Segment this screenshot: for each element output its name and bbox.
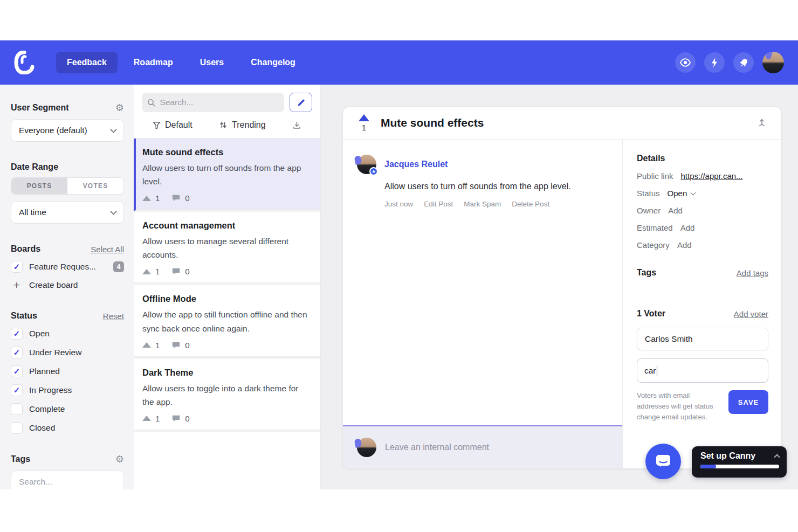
tab-feedback[interactable]: Feedback bbox=[56, 52, 118, 73]
upvote-icon bbox=[142, 416, 151, 421]
user-segment-select[interactable]: Everyone (default) bbox=[11, 119, 124, 142]
post-detail-area: 1 Mute sound effects ★ Jacques Reulet bbox=[321, 85, 798, 489]
merge-icon bbox=[756, 118, 767, 128]
export-button[interactable] bbox=[292, 121, 301, 130]
vote-count[interactable]: 1 bbox=[142, 414, 160, 423]
merge-post-button[interactable] bbox=[756, 118, 767, 128]
chevron-down-icon bbox=[110, 208, 117, 215]
author-name-link[interactable]: Jacques Reulet bbox=[384, 160, 448, 169]
filter-default-dropdown[interactable]: Default bbox=[153, 120, 192, 130]
tab-changelog[interactable]: Changelog bbox=[240, 52, 306, 73]
checkbox-checked-icon[interactable]: ✓ bbox=[11, 261, 23, 273]
tab-users[interactable]: Users bbox=[189, 52, 235, 73]
tab-roadmap[interactable]: Roadmap bbox=[123, 52, 184, 73]
date-range-select[interactable]: All time bbox=[11, 201, 124, 224]
status-label: In Progress bbox=[29, 385, 72, 395]
comment-placeholder: Leave an internal comment bbox=[385, 443, 489, 452]
reset-link[interactable]: Reset bbox=[103, 312, 124, 321]
board-item-feature-requests[interactable]: ✓ Feature Reques... 4 bbox=[11, 261, 124, 273]
voter-email-helper-text: Voters with email addresses will get sta… bbox=[637, 390, 722, 423]
status-filter-under-review[interactable]: ✓ Under Review bbox=[11, 347, 124, 358]
add-tags-link[interactable]: Add tags bbox=[737, 268, 768, 278]
post-title: Mute sound effects bbox=[142, 147, 312, 157]
sort-arrows-icon bbox=[219, 121, 228, 129]
nav-tabs: Feedback Roadmap Users Changelog bbox=[56, 52, 306, 73]
chevron-up-icon[interactable] bbox=[774, 454, 780, 460]
public-link-label: Public link bbox=[637, 171, 673, 181]
user-segment-gear-icon[interactable]: ⚙ bbox=[115, 103, 124, 113]
search-icon bbox=[147, 98, 155, 107]
owner-label: Owner bbox=[637, 206, 661, 215]
post-description: Allow users to turn off sounds from the … bbox=[384, 182, 608, 191]
checkbox-checked-icon[interactable]: ✓ bbox=[11, 347, 23, 358]
status-filter-closed[interactable]: Closed bbox=[11, 422, 124, 434]
detail-upvote-button[interactable]: 1 bbox=[357, 114, 371, 132]
date-range-heading: Date Range bbox=[11, 162, 124, 172]
status-dropdown[interactable]: Open bbox=[668, 189, 696, 198]
status-filter-planned[interactable]: ✓ Planned bbox=[11, 365, 124, 377]
save-button[interactable]: SAVE bbox=[728, 390, 768, 414]
voter-input-value: car bbox=[644, 366, 656, 376]
comment-icon bbox=[171, 414, 181, 423]
board-label: Feature Reques... bbox=[29, 262, 96, 272]
checkbox-unchecked-icon[interactable] bbox=[11, 422, 23, 434]
post-actions: Just now Edit Post Mark Spam Delete Post bbox=[384, 200, 608, 208]
upvote-icon bbox=[142, 196, 151, 201]
new-post-button[interactable] bbox=[290, 93, 312, 112]
vote-count[interactable]: 1 bbox=[142, 194, 160, 203]
add-voter-link[interactable]: Add voter bbox=[734, 309, 768, 319]
public-link-value[interactable]: https://appr.can... bbox=[681, 171, 743, 181]
mark-spam-link[interactable]: Mark Spam bbox=[464, 200, 501, 208]
post-item-offline-mode[interactable]: Offline Mode Allow the app to still func… bbox=[134, 285, 320, 358]
owner-add-link[interactable]: Add bbox=[668, 206, 683, 215]
voter-list-item[interactable]: Carlos Smith bbox=[637, 328, 768, 350]
profile-avatar[interactable] bbox=[762, 52, 784, 73]
internal-comment-box[interactable]: Leave an internal comment bbox=[343, 425, 622, 468]
details-heading: Details bbox=[637, 154, 768, 163]
canny-logo-icon[interactable] bbox=[14, 51, 35, 74]
posts-search-input[interactable] bbox=[160, 98, 279, 107]
vote-count[interactable]: 1 bbox=[142, 267, 160, 276]
checkbox-checked-icon[interactable]: ✓ bbox=[11, 384, 23, 396]
toggle-votes[interactable]: VOTES bbox=[67, 178, 123, 194]
post-thread: ★ Jacques Reulet Allow users to turn off… bbox=[343, 140, 623, 468]
delete-post-link[interactable]: Delete Post bbox=[512, 200, 549, 208]
status-filter-open[interactable]: ✓ Open bbox=[11, 328, 124, 340]
comment-count: 0 bbox=[171, 341, 189, 350]
checkbox-unchecked-icon[interactable] bbox=[11, 403, 23, 415]
tags-search-input[interactable] bbox=[11, 471, 124, 489]
post-item-account-management[interactable]: Account management Allow users to manage… bbox=[134, 212, 320, 285]
create-board-button[interactable]: + Create board bbox=[11, 280, 124, 291]
sort-trending-dropdown[interactable]: Trending bbox=[219, 120, 266, 130]
comment-icon bbox=[171, 194, 181, 202]
post-title: Dark Theme bbox=[142, 368, 312, 378]
activity-button[interactable] bbox=[704, 52, 725, 73]
estimated-add-link[interactable]: Add bbox=[680, 223, 695, 232]
view-as-user-button[interactable] bbox=[675, 52, 696, 73]
upvote-icon bbox=[142, 342, 151, 348]
chevron-down-icon bbox=[691, 190, 696, 195]
intercom-chat-button[interactable] bbox=[645, 444, 681, 479]
status-filter-complete[interactable]: Complete bbox=[11, 403, 124, 415]
post-body: Allow users to turn off sounds from the … bbox=[142, 161, 312, 188]
tags-gear-icon[interactable]: ⚙ bbox=[115, 454, 124, 464]
top-navbar: Feedback Roadmap Users Changelog bbox=[0, 40, 798, 85]
post-body: Allow users to manage several different … bbox=[142, 234, 312, 261]
add-voter-input[interactable]: car bbox=[637, 358, 768, 383]
checkbox-checked-icon[interactable]: ✓ bbox=[11, 328, 23, 340]
category-add-link[interactable]: Add bbox=[677, 240, 692, 250]
post-item-mute-sound-effects[interactable]: Mute sound effects Allow users to turn o… bbox=[134, 139, 320, 212]
select-all-link[interactable]: Select All bbox=[91, 245, 124, 254]
setup-canny-widget[interactable]: Set up Canny bbox=[692, 446, 787, 478]
posts-search-box[interactable] bbox=[142, 93, 284, 112]
vote-count[interactable]: 1 bbox=[142, 341, 160, 350]
post-item-dark-theme[interactable]: Dark Theme Allow users to toggle into a … bbox=[134, 359, 320, 432]
edit-post-link[interactable]: Edit Post bbox=[424, 200, 453, 208]
notifications-button[interactable] bbox=[733, 52, 754, 73]
checkbox-checked-icon[interactable]: ✓ bbox=[11, 365, 23, 377]
app-root: Feedback Roadmap Users Changelog bbox=[0, 0, 798, 532]
nav-actions bbox=[675, 52, 784, 73]
toggle-posts[interactable]: POSTS bbox=[11, 178, 67, 194]
author-avatar[interactable]: ★ bbox=[357, 155, 376, 174]
status-filter-in-progress[interactable]: ✓ In Progress bbox=[11, 384, 124, 396]
